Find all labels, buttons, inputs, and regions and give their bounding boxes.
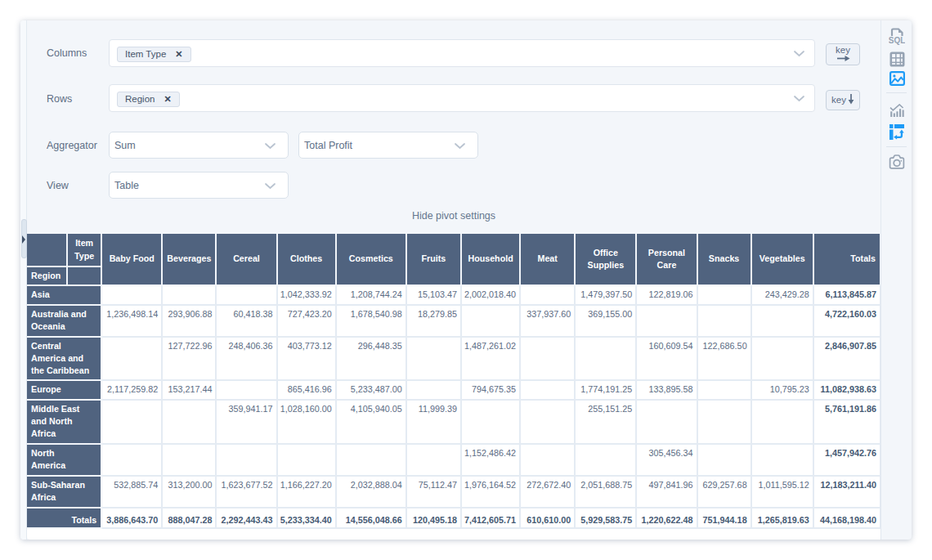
svg-text:SQL: SQL: [889, 36, 905, 45]
